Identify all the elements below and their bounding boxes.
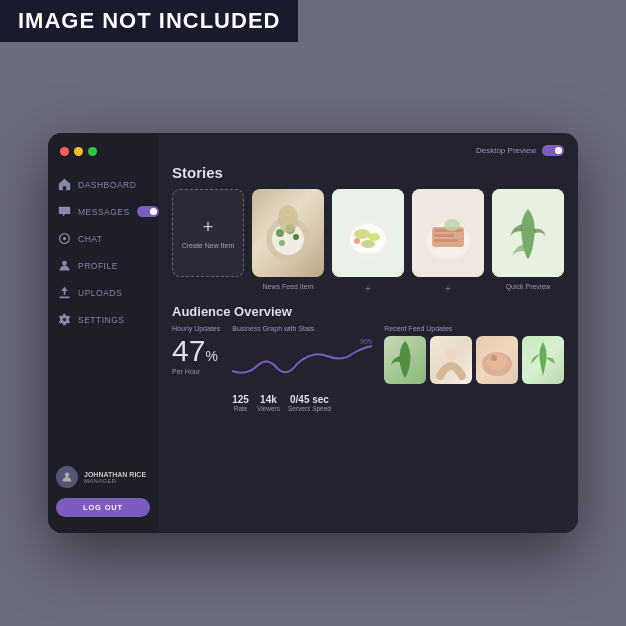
hourly-sub: Per Hour bbox=[172, 368, 220, 375]
svg-point-14 bbox=[354, 229, 370, 239]
feed-images bbox=[384, 336, 564, 384]
uploads-label: UPLOADS bbox=[78, 288, 122, 298]
audience-title: Audience Overview bbox=[172, 304, 564, 319]
stories-row: + Create New Item bbox=[172, 189, 564, 277]
graph-small-stats: 125 Rate 14k Viewers 0/45 sec Servers Sp… bbox=[232, 394, 372, 412]
svg-point-16 bbox=[361, 240, 375, 248]
svg-point-3 bbox=[65, 473, 70, 478]
svg-point-9 bbox=[279, 240, 285, 246]
preview-toggle[interactable] bbox=[542, 145, 564, 156]
svg-rect-22 bbox=[434, 234, 454, 237]
add-story-card[interactable]: + Create New Item bbox=[172, 189, 244, 277]
story-label-plus-1: + bbox=[332, 283, 404, 294]
audience-section: Audience Overview Hourly Updates 47% Per… bbox=[172, 304, 564, 412]
sidebar-item-dashboard[interactable]: DASHBOARD bbox=[48, 172, 158, 197]
nav-items: DASHBOARD MESSAGES CHAT bbox=[48, 168, 158, 458]
food-svg-2 bbox=[332, 189, 404, 277]
main-content: Desktop Preview Stories + Create New Ite… bbox=[158, 133, 578, 533]
user-info: JOHNATHAN RICE MANAGER bbox=[84, 471, 150, 484]
story-card-3[interactable] bbox=[412, 189, 484, 277]
dashboard-label: DASHBOARD bbox=[78, 180, 136, 190]
sidebar-user: JOHNATHAN RICE MANAGER bbox=[48, 458, 158, 492]
maximize-dot[interactable] bbox=[88, 147, 97, 156]
sidebar-item-settings[interactable]: SETTINGS bbox=[48, 307, 158, 332]
viewers-stat: 14k Viewers bbox=[257, 394, 280, 412]
food-image-1 bbox=[252, 189, 324, 277]
food-svg-1 bbox=[252, 189, 324, 277]
graph-wrap: 90% bbox=[232, 336, 372, 390]
hourly-label: Hourly Updates bbox=[172, 325, 220, 332]
viewers-label: Viewers bbox=[257, 405, 280, 412]
story-label-plus-2: + bbox=[412, 283, 484, 294]
servers-value: 0/45 sec bbox=[288, 394, 331, 405]
logout-button[interactable]: LOG OUT bbox=[56, 498, 150, 517]
user-name: JOHNATHAN RICE bbox=[84, 471, 150, 478]
food-svg-4 bbox=[492, 189, 564, 277]
svg-point-24 bbox=[444, 219, 460, 231]
feed-svg-4 bbox=[522, 336, 564, 384]
svg-point-15 bbox=[368, 233, 380, 241]
story-label-4: Quick Preview bbox=[492, 283, 564, 294]
story-card-1[interactable] bbox=[252, 189, 324, 277]
sidebar-item-messages[interactable]: MESSAGES bbox=[48, 199, 158, 224]
graph-block: Business Graph with Stats 90% 125 Rate bbox=[232, 325, 372, 412]
svg-point-2 bbox=[62, 261, 67, 266]
chat-icon bbox=[58, 232, 71, 245]
story-card-2[interactable] bbox=[332, 189, 404, 277]
feed-img-4 bbox=[522, 336, 564, 384]
feed-svg-3 bbox=[476, 336, 518, 384]
stories-labels: News Feed Item + + Quick Preview bbox=[172, 283, 564, 294]
feed-svg-2 bbox=[430, 336, 472, 384]
message-icon bbox=[58, 205, 71, 218]
sidebar-item-chat[interactable]: CHAT bbox=[48, 226, 158, 251]
svg-point-1 bbox=[63, 237, 66, 240]
hourly-unit: % bbox=[205, 348, 217, 364]
rate-stat: 125 Rate bbox=[232, 394, 249, 412]
person-icon bbox=[58, 259, 71, 272]
close-dot[interactable] bbox=[60, 147, 69, 156]
servers-label: Servers Speed bbox=[288, 405, 331, 412]
image-not-included-banner: IMAGE NOT INCLUDED bbox=[0, 0, 298, 42]
viewers-value: 14k bbox=[257, 394, 280, 405]
desktop-preview: Desktop Preview bbox=[476, 145, 564, 156]
sidebar: DASHBOARD MESSAGES CHAT bbox=[48, 133, 158, 533]
feed-block: Recent Feed Updates bbox=[384, 325, 564, 384]
feed-svg-1 bbox=[384, 336, 426, 384]
svg-rect-23 bbox=[434, 239, 458, 242]
messages-label: MESSAGES bbox=[78, 207, 130, 217]
feed-img-1 bbox=[384, 336, 426, 384]
feed-img-3 bbox=[476, 336, 518, 384]
graph-svg: 90% bbox=[232, 336, 372, 386]
story-card-4[interactable] bbox=[492, 189, 564, 277]
sidebar-item-uploads[interactable]: UPLOADS bbox=[48, 280, 158, 305]
hourly-value-row: 47% bbox=[172, 336, 220, 366]
svg-point-10 bbox=[278, 205, 298, 233]
home-icon bbox=[58, 178, 71, 191]
hourly-block: Hourly Updates 47% Per Hour bbox=[172, 325, 220, 375]
svg-point-26 bbox=[445, 348, 457, 360]
feed-img-2 bbox=[430, 336, 472, 384]
stories-section: Stories + Create New Item bbox=[172, 164, 564, 304]
upload-icon bbox=[58, 286, 71, 299]
rate-label: Rate bbox=[232, 405, 249, 412]
rate-value: 125 bbox=[232, 394, 249, 405]
app-window: DASHBOARD MESSAGES CHAT bbox=[48, 133, 578, 533]
graph-label: Business Graph with Stats bbox=[232, 325, 372, 332]
food-svg-3 bbox=[412, 189, 484, 277]
chat-label: CHAT bbox=[78, 234, 103, 244]
add-icon: + bbox=[203, 217, 214, 238]
svg-point-28 bbox=[487, 354, 507, 370]
banner-text: IMAGE NOT INCLUDED bbox=[18, 8, 280, 33]
window-controls bbox=[48, 147, 158, 168]
servers-stat: 0/45 sec Servers Speed bbox=[288, 394, 331, 412]
graph-pct-text: 90% bbox=[360, 338, 372, 345]
sidebar-item-profile[interactable]: PROFILE bbox=[48, 253, 158, 278]
user-role: MANAGER bbox=[84, 478, 150, 484]
story-label-1: News Feed Item bbox=[252, 283, 324, 294]
svg-point-17 bbox=[354, 238, 360, 244]
profile-label: PROFILE bbox=[78, 261, 118, 271]
desktop-preview-label: Desktop Preview bbox=[476, 146, 536, 155]
feed-label: Recent Feed Updates bbox=[384, 325, 564, 332]
messages-toggle[interactable] bbox=[137, 206, 159, 217]
minimize-dot[interactable] bbox=[74, 147, 83, 156]
